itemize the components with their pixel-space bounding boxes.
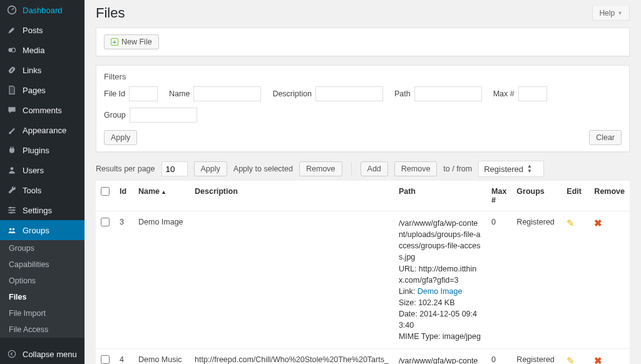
filters-clear-button[interactable]: Clear xyxy=(589,130,622,145)
edit-icon[interactable]: ✎ xyxy=(567,218,575,228)
sort-asc-icon: ▲ xyxy=(161,189,167,195)
submenu-file-import[interactable]: File Import xyxy=(0,305,85,321)
filter-group-input[interactable] xyxy=(130,108,197,123)
row-checkbox[interactable] xyxy=(101,218,110,226)
sidebar-item-tools[interactable]: Tools xyxy=(0,180,85,200)
submenu-capabilities[interactable]: Capabilities xyxy=(0,256,85,273)
bulk-remove2-button[interactable]: Remove xyxy=(394,161,438,176)
submenu-file-access[interactable]: File Access xyxy=(0,321,85,338)
svg-point-9 xyxy=(8,350,15,357)
help-tab[interactable]: Help ▼ xyxy=(592,6,630,21)
sidebar-item-comments[interactable]: Comments xyxy=(0,100,85,120)
filter-group-label: Group xyxy=(104,111,126,119)
filter-file-id-input[interactable] xyxy=(129,86,158,101)
bulk-remove-button[interactable]: Remove xyxy=(299,161,342,176)
col-name[interactable]: Name▲ xyxy=(133,181,190,211)
chevron-down-icon: ▼ xyxy=(617,10,623,16)
filter-max-input[interactable] xyxy=(518,86,547,101)
comment-icon xyxy=(6,104,18,116)
plug-icon xyxy=(6,144,18,156)
new-file-button[interactable]: + New File xyxy=(104,34,159,49)
main-content: Files Help ▼ + New File Filters File Id … xyxy=(85,0,641,364)
results-per-page-input[interactable] xyxy=(162,161,188,176)
sidebar-item-groups[interactable]: Groups xyxy=(0,220,85,240)
col-edit: Edit xyxy=(562,181,589,211)
group-select[interactable]: Registered ▲▼ xyxy=(478,161,544,177)
sidebar-item-links[interactable]: Links xyxy=(0,60,85,80)
filter-description-label: Description xyxy=(272,89,312,98)
col-remove: Remove xyxy=(589,181,630,211)
svg-point-6 xyxy=(11,211,13,213)
files-table: Id Name▲ Description Path Max # Groups E… xyxy=(96,181,630,364)
to-from-label: to / from xyxy=(443,164,472,173)
svg-point-7 xyxy=(9,228,12,231)
sidebar-item-posts[interactable]: Posts xyxy=(0,20,85,40)
filter-description: Description xyxy=(272,86,383,101)
filter-group: Group xyxy=(104,108,197,123)
filters-apply-button[interactable]: Apply xyxy=(104,130,137,145)
filters-panel: Filters File Id Name Description Path Ma… xyxy=(96,65,630,152)
submenu-files[interactable]: Files xyxy=(0,289,85,305)
row-groups: Registered xyxy=(511,349,562,364)
svg-point-3 xyxy=(11,167,14,170)
filter-max-label: Max # xyxy=(493,89,515,98)
filter-description-input[interactable] xyxy=(315,86,383,101)
filter-name: Name xyxy=(169,86,261,101)
bulk-add-button[interactable]: Add xyxy=(361,161,388,176)
sidebar-submenu: Groups Capabilities Options Files File I… xyxy=(0,240,85,338)
sidebar-item-label: Dashboard xyxy=(23,6,63,15)
filter-file-id: File Id xyxy=(104,86,158,101)
filter-name-label: Name xyxy=(169,89,190,98)
filter-path-input[interactable] xyxy=(414,86,482,101)
plus-icon: + xyxy=(111,38,118,46)
row-max: 0 xyxy=(486,211,511,349)
link-icon xyxy=(6,64,18,76)
admin-sidebar: Dashboard Posts Media Links Pages Commen… xyxy=(0,0,85,364)
col-description[interactable]: Description xyxy=(190,181,394,211)
delete-icon[interactable]: ✖ xyxy=(594,355,602,364)
submenu-groups[interactable]: Groups xyxy=(0,240,85,256)
row-checkbox[interactable] xyxy=(101,355,110,364)
sidebar-item-settings[interactable]: Settings xyxy=(0,200,85,220)
filters-heading: Filters xyxy=(104,72,622,81)
collapse-label: Collapse menu xyxy=(23,350,77,359)
select-all-checkbox[interactable] xyxy=(101,187,110,196)
col-id[interactable]: Id xyxy=(115,181,133,211)
sidebar-item-label: Settings xyxy=(23,206,52,215)
sidebar-item-label: Plugins xyxy=(23,146,49,155)
svg-point-8 xyxy=(13,228,15,231)
sidebar-item-appearance[interactable]: Appearance xyxy=(0,120,85,140)
list-toolbar: Results per page Apply Apply to selected… xyxy=(96,161,630,177)
pin-icon xyxy=(6,24,18,36)
sidebar-item-dashboard[interactable]: Dashboard xyxy=(0,0,85,20)
users-icon xyxy=(6,164,18,176)
delete-icon[interactable]: ✖ xyxy=(594,218,602,228)
filter-max: Max # xyxy=(493,86,547,101)
edit-icon[interactable]: ✎ xyxy=(567,355,575,364)
sidebar-item-pages[interactable]: Pages xyxy=(0,80,85,100)
submenu-options[interactable]: Options xyxy=(0,273,85,289)
results-per-page-label: Results per page xyxy=(96,164,155,173)
toolbar-separator xyxy=(351,162,352,176)
brush-icon xyxy=(6,124,18,136)
table-row: 4 Demo Music MP3 http://freepd.com/Chill… xyxy=(96,349,630,364)
collapse-menu[interactable]: Collapse menu xyxy=(0,344,85,364)
row-groups: Registered xyxy=(511,211,562,349)
file-link[interactable]: Demo Image xyxy=(418,287,463,296)
col-max[interactable]: Max # xyxy=(486,181,511,211)
row-id: 3 xyxy=(115,211,133,349)
sidebar-item-label: Pages xyxy=(23,86,46,95)
col-path[interactable]: Path xyxy=(394,181,486,211)
sidebar-item-media[interactable]: Media xyxy=(0,40,85,60)
row-description xyxy=(190,211,394,349)
wrench-icon xyxy=(6,185,18,196)
sidebar-item-plugins[interactable]: Plugins xyxy=(0,140,85,160)
new-file-label: New File xyxy=(121,38,152,46)
svg-point-4 xyxy=(9,206,11,208)
col-groups[interactable]: Groups xyxy=(511,181,562,211)
help-label: Help xyxy=(599,9,615,18)
per-page-apply-button[interactable]: Apply xyxy=(194,161,227,176)
sidebar-item-users[interactable]: Users xyxy=(0,160,85,180)
dashboard-icon xyxy=(6,4,18,16)
filter-name-input[interactable] xyxy=(193,86,261,101)
